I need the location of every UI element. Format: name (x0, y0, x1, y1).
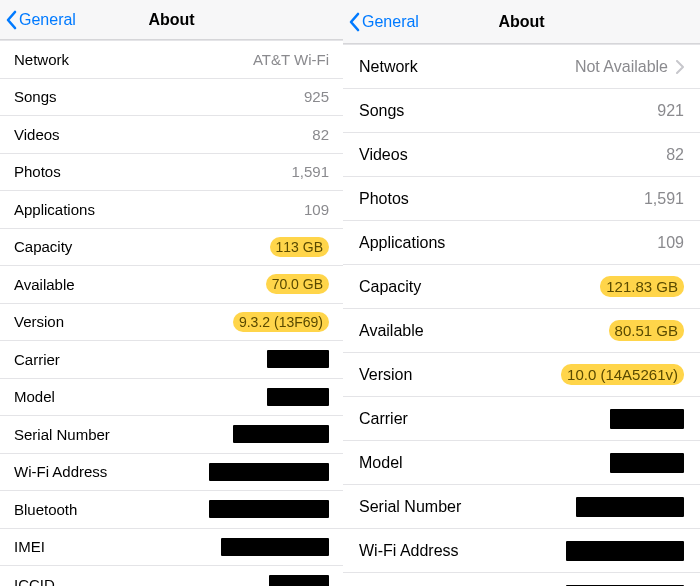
row-value-redacted (267, 350, 329, 368)
table-row: Available70.0 GB (0, 266, 343, 304)
row-label: Serial Number (14, 426, 110, 443)
navbar: General About (0, 0, 343, 40)
row-value-wrap: 70.0 GB (266, 274, 329, 294)
table-row: Songs925 (0, 79, 343, 117)
row-value-wrap (209, 500, 329, 518)
row-value: 1,591 (291, 163, 329, 180)
table-row: Capacity121.83 GB (343, 265, 700, 309)
row-value-redacted (566, 541, 684, 561)
table-row: IMEI (0, 529, 343, 567)
nav-title: About (148, 11, 194, 29)
phone-left: General About NetworkAT&T Wi-FiSongs925V… (0, 0, 343, 586)
row-label: Videos (14, 126, 60, 143)
chevron-left-icon (347, 10, 363, 34)
table-row: Model (0, 379, 343, 417)
row-value-highlight: 10.0 (14A5261v) (561, 364, 684, 385)
table-row: Carrier (0, 341, 343, 379)
row-label: Network (14, 51, 69, 68)
row-label: Wi-Fi Address (359, 542, 459, 560)
row-value-wrap: AT&T Wi-Fi (253, 51, 329, 68)
row-label: Capacity (359, 278, 421, 296)
row-label: Available (359, 322, 424, 340)
nav-title: About (498, 13, 544, 31)
back-button[interactable]: General (4, 0, 76, 39)
row-value-redacted (221, 538, 329, 556)
table-row: Carrier (343, 397, 700, 441)
row-value-wrap: 1,591 (291, 163, 329, 180)
chevron-right-icon (676, 60, 684, 74)
row-label: IMEI (14, 538, 45, 555)
row-value-wrap (576, 497, 684, 517)
table-row: Model (343, 441, 700, 485)
row-value: 82 (666, 146, 684, 164)
row-value: 925 (304, 88, 329, 105)
row-label: Serial Number (359, 498, 461, 516)
row-label: Carrier (14, 351, 60, 368)
table-row: Bluetooth (0, 491, 343, 529)
row-value-wrap: 925 (304, 88, 329, 105)
row-value-wrap (269, 575, 329, 586)
row-value-wrap: 109 (304, 201, 329, 218)
row-label: Version (14, 313, 64, 330)
navbar: General About (343, 0, 700, 44)
table-row: Wi-Fi Address (343, 529, 700, 573)
row-value-highlight: 9.3.2 (13F69) (233, 312, 329, 332)
table-row: Version10.0 (14A5261v) (343, 353, 700, 397)
row-label: Photos (14, 163, 61, 180)
row-label: Network (359, 58, 418, 76)
table-row: Bluetooth (343, 573, 700, 586)
row-value-wrap (209, 463, 329, 481)
row-value-wrap: 113 GB (270, 237, 329, 257)
back-label: General (362, 13, 419, 31)
table-row: Photos1,591 (343, 177, 700, 221)
table-row: Applications109 (0, 191, 343, 229)
chevron-left-icon (4, 8, 20, 32)
phone-right: General About NetworkNot AvailableSongs9… (343, 0, 700, 586)
row-value-highlight: 121.83 GB (600, 276, 684, 297)
table-row: Wi-Fi Address (0, 454, 343, 492)
table-row: Songs921 (343, 89, 700, 133)
row-value: 82 (312, 126, 329, 143)
row-value-wrap: 82 (666, 146, 684, 164)
row-label: Model (14, 388, 55, 405)
row-value-wrap: 9.3.2 (13F69) (233, 312, 329, 332)
row-value-wrap: 80.51 GB (609, 320, 684, 341)
row-value-redacted (269, 575, 329, 586)
table-row: Capacity113 GB (0, 229, 343, 267)
row-label: Applications (359, 234, 445, 252)
row-value-wrap (233, 425, 329, 443)
row-value-redacted (576, 497, 684, 517)
row-value-wrap: 82 (312, 126, 329, 143)
row-value-wrap (610, 409, 684, 429)
row-label: Photos (359, 190, 409, 208)
table-row: Photos1,591 (0, 154, 343, 192)
row-label: Applications (14, 201, 95, 218)
row-label: Wi-Fi Address (14, 463, 107, 480)
table-row: NetworkAT&T Wi-Fi (0, 41, 343, 79)
back-button[interactable]: General (347, 0, 419, 43)
row-value: 1,591 (644, 190, 684, 208)
table-row: Available80.51 GB (343, 309, 700, 353)
table-row: Serial Number (343, 485, 700, 529)
table-row[interactable]: NetworkNot Available (343, 45, 700, 89)
row-label: Available (14, 276, 75, 293)
row-label: Videos (359, 146, 408, 164)
row-value-redacted (233, 425, 329, 443)
row-label: Songs (359, 102, 404, 120)
table-row: Version9.3.2 (13F69) (0, 304, 343, 342)
settings-list: NetworkAT&T Wi-FiSongs925Videos82Photos1… (0, 40, 343, 586)
row-value-wrap: 109 (657, 234, 684, 252)
row-value-wrap: 10.0 (14A5261v) (561, 364, 684, 385)
row-value: 109 (304, 201, 329, 218)
row-value-redacted (610, 409, 684, 429)
row-label: Version (359, 366, 412, 384)
back-label: General (19, 11, 76, 29)
row-label: Capacity (14, 238, 72, 255)
row-value-wrap (566, 541, 684, 561)
row-value-highlight: 70.0 GB (266, 274, 329, 294)
row-value-wrap (610, 453, 684, 473)
row-value-highlight: 80.51 GB (609, 320, 684, 341)
row-value: 109 (657, 234, 684, 252)
row-label: ICCID (14, 576, 55, 586)
row-value: AT&T Wi-Fi (253, 51, 329, 68)
